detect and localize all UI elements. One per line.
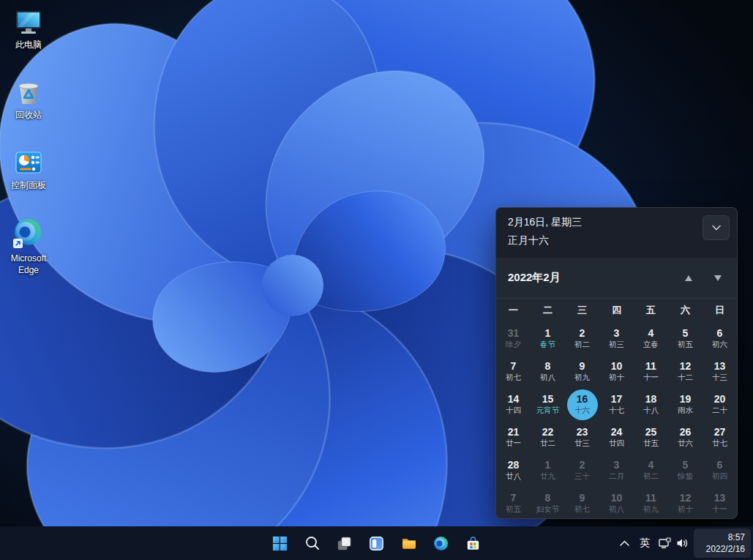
day-number: 9 <box>580 361 585 372</box>
calendar-lunar-date: 正月十六 <box>508 234 725 247</box>
day-lunar-label: 廿八 <box>506 471 521 481</box>
day-lunar-label: 初五 <box>506 504 521 514</box>
day-lunar-label: 廿六 <box>678 438 693 448</box>
control-panel-icon <box>14 148 43 177</box>
calendar-day-cell[interactable]: 15元宵节 <box>531 388 565 421</box>
day-number: 6 <box>717 460 723 471</box>
day-number: 2 <box>580 460 585 471</box>
calendar-day-cell[interactable]: 10初十 <box>599 355 634 388</box>
calendar-day-cell[interactable]: 11十一 <box>634 355 668 388</box>
calendar-day-cell[interactable]: 16十六 <box>565 388 599 421</box>
day-number: 10 <box>611 361 623 372</box>
day-lunar-label: 春节 <box>540 340 555 349</box>
day-lunar-label: 廿五 <box>643 438 659 448</box>
calendar-day-cell[interactable]: 9初七 <box>565 487 599 519</box>
calendar-day-cell[interactable]: 23廿三 <box>565 421 599 454</box>
desktop-icon-recycle-bin[interactable]: 回收站 <box>1 78 56 122</box>
calendar-day-cell[interactable]: 11初九 <box>634 487 668 519</box>
calendar-day-cell[interactable]: 7初五 <box>496 487 531 519</box>
calendar-day-cell[interactable]: 21廿一 <box>496 421 531 454</box>
desktop-icon-label: 此电脑 <box>15 40 42 51</box>
desktop-icon-label: 回收站 <box>15 110 42 122</box>
day-lunar-label: 十六 <box>574 406 590 415</box>
file-explorer-button[interactable] <box>394 529 424 558</box>
day-number: 18 <box>645 394 657 405</box>
task-view-button[interactable] <box>330 529 359 558</box>
calendar-day-cell[interactable]: 3二月 <box>599 454 634 487</box>
calendar-prev-month-button[interactable] <box>674 266 703 291</box>
day-number: 16 <box>577 394 588 405</box>
calendar-day-cell[interactable]: 17十七 <box>599 388 634 421</box>
day-lunar-label: 十三 <box>712 373 727 382</box>
calendar-day-cell[interactable]: 12初十 <box>668 487 703 519</box>
day-lunar-label: 初八 <box>609 504 624 514</box>
calendar-day-cell[interactable]: 24廿四 <box>599 421 634 454</box>
calendar-day-cell[interactable]: 4初二 <box>634 454 668 487</box>
calendar-day-cell[interactable]: 4立春 <box>634 322 668 355</box>
day-lunar-label: 初七 <box>506 373 521 382</box>
calendar-day-cell[interactable]: 22廿二 <box>531 421 565 454</box>
calendar-collapse-button[interactable] <box>703 215 730 240</box>
calendar-day-cell[interactable]: 14十四 <box>496 388 531 421</box>
edge-icon <box>12 217 45 250</box>
calendar-day-cell[interactable]: 6初四 <box>703 454 737 487</box>
calendar-day-cell[interactable]: 19雨水 <box>668 388 703 421</box>
calendar-day-cell[interactable]: 1春节 <box>531 322 565 355</box>
network-volume-button[interactable] <box>655 529 692 558</box>
clock-button[interactable]: 8:57 2022/2/16 <box>694 529 751 558</box>
widgets-icon <box>368 535 385 552</box>
desktop-icon-microsoft-edge[interactable]: Microsoft Edge <box>1 217 56 276</box>
calendar-day-cell[interactable]: 27廿七 <box>703 421 737 454</box>
day-number: 25 <box>645 427 657 438</box>
calendar-day-cell[interactable]: 8妇女节 <box>531 487 565 519</box>
day-lunar-label: 初七 <box>574 504 590 514</box>
taskbar-center-icons <box>266 529 488 558</box>
windows-logo-icon <box>271 535 288 552</box>
calendar-day-cell[interactable]: 25廿五 <box>634 421 668 454</box>
edge-button[interactable] <box>427 529 456 558</box>
calendar-day-cell[interactable]: 10初八 <box>599 487 634 519</box>
day-lunar-label: 初八 <box>540 373 555 382</box>
search-button[interactable] <box>298 529 327 558</box>
calendar-day-cell[interactable]: 20二十 <box>703 388 737 421</box>
day-number: 3 <box>614 460 620 471</box>
calendar-day-cell[interactable]: 12十二 <box>668 355 703 388</box>
calendar-day-cell[interactable]: 2三十 <box>565 454 599 487</box>
calendar-day-cell[interactable]: 6初六 <box>703 322 737 355</box>
day-lunar-label: 妇女节 <box>536 504 560 514</box>
day-number: 13 <box>714 361 726 372</box>
calendar-day-cell[interactable]: 28廿八 <box>496 454 531 487</box>
day-lunar-label: 惊蛰 <box>678 471 693 481</box>
desktop-icon-control-panel[interactable]: 控制面板 <box>1 148 56 192</box>
desktop-icon-this-pc[interactable]: 此电脑 <box>1 7 56 51</box>
system-tray: 英 8:57 2022/2/16 <box>614 529 751 558</box>
day-number: 4 <box>648 328 654 339</box>
widgets-button[interactable] <box>362 529 392 558</box>
day-number: 1 <box>545 460 551 471</box>
language-indicator[interactable]: 英 <box>634 529 655 558</box>
calendar-day-cell[interactable]: 5惊蛰 <box>668 454 703 487</box>
calendar-day-cell[interactable]: 26廿六 <box>668 421 703 454</box>
calendar-day-cell[interactable]: 13十三 <box>703 355 737 388</box>
calendar-day-cell[interactable]: 18十八 <box>634 388 668 421</box>
calendar-day-cell[interactable]: 31除夕 <box>496 322 531 355</box>
day-lunar-label: 十八 <box>643 406 659 415</box>
calendar-next-month-button[interactable] <box>703 266 733 291</box>
calendar-day-cell[interactable]: 2初二 <box>565 322 599 355</box>
calendar-day-cell[interactable]: 13十一 <box>703 487 737 519</box>
calendar-day-cell[interactable]: 9初九 <box>565 355 599 388</box>
calendar-day-cell[interactable]: 8初八 <box>531 355 565 388</box>
tray-date: 2022/2/16 <box>706 543 745 555</box>
calendar-day-cell[interactable]: 7初七 <box>496 355 531 388</box>
weekday-label: 三 <box>565 299 599 322</box>
hidden-icons-button[interactable] <box>614 529 634 558</box>
network-icon <box>659 537 671 549</box>
day-lunar-label: 十一 <box>712 504 727 514</box>
microsoft-store-button[interactable] <box>459 529 488 558</box>
start-button[interactable] <box>266 529 295 558</box>
day-number: 28 <box>508 460 520 471</box>
calendar-day-cell[interactable]: 1廿九 <box>531 454 565 487</box>
day-number: 10 <box>611 493 623 504</box>
calendar-day-cell[interactable]: 5初五 <box>668 322 703 355</box>
calendar-day-cell[interactable]: 3初三 <box>599 322 634 355</box>
